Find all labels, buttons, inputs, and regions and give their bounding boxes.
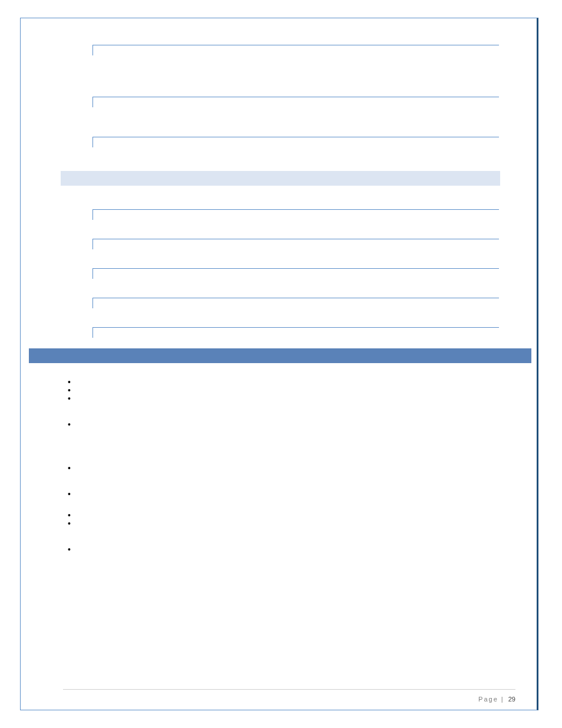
page-frame: Page | 29: [20, 18, 538, 710]
list-item: [68, 464, 537, 472]
footer-rule: [63, 689, 515, 690]
form-row: [21, 239, 537, 249]
page-content: Page | 29: [21, 18, 537, 710]
form-field[interactable]: [92, 268, 499, 279]
form-row: [21, 97, 537, 107]
bullet-list: [68, 545, 537, 554]
form-row: [21, 268, 537, 279]
list-item: [68, 545, 537, 554]
form-field[interactable]: [92, 209, 499, 220]
list-item: [68, 378, 537, 386]
form-field[interactable]: [92, 239, 499, 249]
bullet-list: [68, 490, 537, 498]
page-footer: Page | 29: [478, 696, 515, 703]
list-item: [68, 490, 537, 498]
bullet-list: [68, 464, 537, 472]
form-row: [21, 209, 537, 220]
document-page: Page | 29: [0, 0, 562, 728]
list-item: [68, 519, 537, 528]
footer-separator: |: [501, 696, 504, 703]
bullet-list: [68, 378, 537, 403]
form-row: [21, 137, 537, 147]
bullet-list: [68, 420, 537, 429]
form-field[interactable]: [92, 45, 499, 55]
form-row: [21, 298, 537, 308]
list-item: [68, 511, 537, 519]
form-row: [21, 327, 537, 338]
bullet-list: [68, 511, 537, 528]
subsection-header: [61, 171, 500, 186]
list-item: [68, 394, 537, 403]
list-item: [68, 386, 537, 394]
form-field[interactable]: [92, 137, 499, 147]
list-item: [68, 420, 537, 429]
page-number: 29: [508, 696, 515, 703]
form-row: [21, 45, 537, 55]
form-field[interactable]: [92, 298, 499, 308]
form-field[interactable]: [92, 327, 499, 338]
form-field[interactable]: [92, 97, 499, 107]
section-header: [29, 348, 531, 363]
footer-label: Page: [478, 696, 498, 703]
